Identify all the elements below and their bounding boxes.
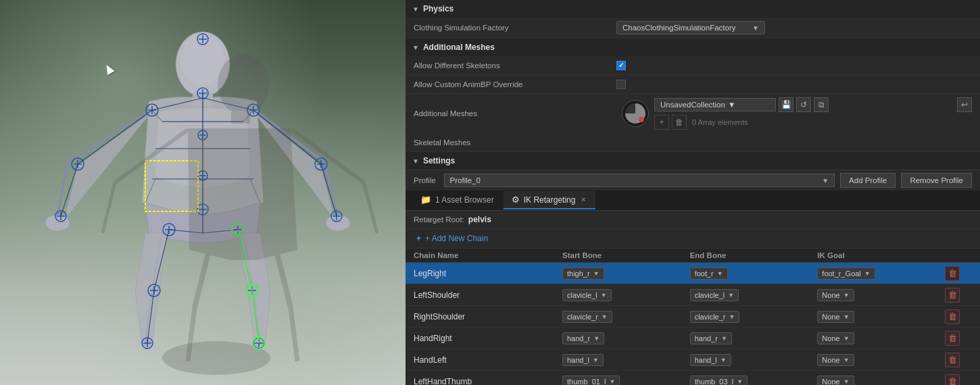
physics-collapse-icon: ▼: [412, 5, 419, 13]
end-bone-legright: foot_r▼: [690, 267, 818, 280]
allow-custom-animbp-value: [616, 80, 972, 89]
tab-asset-browser-label: 1 Asset Browser: [435, 195, 494, 205]
asset-browser-icon: 📁: [420, 195, 431, 205]
delete-rightshoulder-btn[interactable]: 🗑: [945, 309, 960, 324]
ik-goal-handleft-dropdown[interactable]: None▼: [817, 354, 854, 366]
save-mesh-btn[interactable]: 💾: [779, 97, 793, 112]
start-bone-handleft-dropdown[interactable]: hand_l▼: [562, 354, 604, 366]
ik-goal-leftshoulder-dropdown[interactable]: None▼: [817, 289, 854, 301]
start-bone-legright: thigh_r▼: [562, 267, 690, 280]
chain-name-legright: LegRight: [414, 269, 562, 278]
add-array-btn[interactable]: +: [654, 115, 669, 130]
chain-row-rightshoulder[interactable]: RightShoulder clavicle_r▼ clavicle_r▼ No…: [406, 306, 980, 328]
delete-array-btn[interactable]: 🗑: [672, 115, 687, 130]
delete-leftshoulder-btn[interactable]: 🗑: [945, 288, 960, 303]
start-bone-handright-dropdown[interactable]: hand_r▼: [562, 332, 604, 344]
retarget-root-label: Retarget Root:: [414, 215, 464, 224]
skeletal-meshes-label: Skeletal Meshes: [414, 138, 616, 147]
physics-header[interactable]: ▼ Physics: [406, 0, 980, 18]
delete-handright-btn[interactable]: 🗑: [945, 331, 960, 346]
start-bone-lefthandthumb: thumb_01_l▼: [562, 376, 690, 386]
tab-ik-retargeting-close[interactable]: ✕: [579, 196, 587, 203]
end-bone-handleft-dropdown[interactable]: hand_l▼: [690, 354, 731, 366]
unsaved-collection-dropdown[interactable]: UnsavedCollection ▼: [654, 98, 776, 111]
allow-custom-animbp-checkbox[interactable]: [616, 80, 626, 89]
start-bone-legright-dropdown[interactable]: thigh_r▼: [562, 267, 604, 280]
allow-custom-animbp-label: Allow Custom AnimBP Override: [414, 80, 616, 88]
col-actions: [945, 251, 972, 259]
retarget-root-value: pelvis: [468, 215, 491, 224]
additional-meshes-collapse-icon: ▼: [412, 44, 419, 51]
additional-meshes-row: Additional Meshes UnsavedCollection ▼ 💾 …: [406, 94, 980, 133]
chain-row-lefthandthumb[interactable]: LeftHandThumb thumb_01_l▼ thumb_03_l▼ No…: [406, 371, 980, 385]
allow-different-skeletons-row: Allow Different Skeletons: [406, 56, 980, 75]
end-bone-leftshoulder-dropdown[interactable]: clavicle_l▼: [690, 289, 739, 301]
ik-goal-lefthandthumb-dropdown[interactable]: None▼: [817, 376, 854, 386]
mesh-icon-inner: [625, 103, 645, 124]
add-profile-btn[interactable]: Add Profile: [840, 173, 896, 188]
ik-goal-lefthandthumb: None▼: [817, 376, 945, 386]
physics-section: ▼ Physics Clothing Simulation Factory Ch…: [406, 0, 980, 170]
start-bone-leftshoulder-dropdown[interactable]: clavicle_l▼: [562, 289, 612, 301]
tab-asset-browser[interactable]: 📁 1 Asset Browser: [412, 191, 502, 209]
end-bone-legright-dropdown[interactable]: foot_r▼: [690, 267, 728, 280]
settings-collapse-icon: ▼: [412, 157, 419, 165]
tabs-bar: 📁 1 Asset Browser ⚙ IK Retargeting ✕: [406, 190, 980, 211]
end-bone-rightshoulder: clavicle_r▼: [690, 311, 818, 323]
col-ik-goal: IK Goal: [817, 251, 945, 259]
end-bone-lefthandthumb-dropdown[interactable]: thumb_03_l▼: [690, 376, 748, 386]
allow-custom-animbp-row: Allow Custom AnimBP Override: [406, 75, 980, 94]
remove-profile-btn[interactable]: Remove Profile: [901, 173, 972, 188]
delete-legright-btn[interactable]: 🗑: [945, 266, 960, 281]
end-bone-handright: hand_r▼: [690, 332, 818, 344]
viewport-background: [0, 0, 406, 385]
tab-ik-retargeting[interactable]: ⚙ IK Retargeting ✕: [504, 191, 596, 209]
chain-row-leftshoulder[interactable]: LeftShoulder clavicle_l▼ clavicle_l▼ Non…: [406, 284, 980, 306]
ik-goal-rightshoulder-dropdown[interactable]: None▼: [817, 311, 854, 323]
start-bone-rightshoulder-dropdown[interactable]: clavicle_r▼: [562, 311, 612, 323]
profile-dropdown[interactable]: Profile_0 ▼: [444, 174, 835, 187]
start-bone-handright: hand_r▼: [562, 332, 690, 344]
copy-mesh-btn[interactable]: ⧉: [814, 97, 829, 112]
chain-row-handright[interactable]: HandRight hand_r▼ hand_r▼ None▼ 🗑: [406, 328, 980, 349]
settings-title: Settings: [423, 156, 455, 165]
undo-mesh-btn[interactable]: ↩: [957, 97, 972, 112]
allow-different-skeletons-label: Allow Different Skeletons: [414, 61, 616, 70]
end-bone-rightshoulder-dropdown[interactable]: clavicle_r▼: [690, 311, 740, 323]
array-count: 0 Array elements: [692, 118, 748, 126]
additional-meshes-header[interactable]: ▼ Additional Meshes: [406, 38, 980, 56]
settings-header[interactable]: ▼ Settings: [406, 152, 980, 170]
profile-dropdown-arrow: ▼: [822, 177, 829, 184]
mesh-action-row: + 🗑 0 Array elements: [654, 115, 972, 130]
ik-goal-legright-dropdown[interactable]: foot_r_Goal▼: [817, 267, 875, 280]
chain-name-lefthandthumb: LeftHandThumb: [414, 377, 562, 386]
additional-meshes-label: Additional Meshes: [414, 109, 616, 118]
chain-table: Chain Name Start Bone End Bone IK Goal L…: [406, 249, 980, 385]
unsaved-collection-arrow: ▼: [728, 101, 735, 109]
add-chain-btn[interactable]: + + Add New Chain: [414, 232, 491, 245]
retarget-root-row: Retarget Root: pelvis: [406, 211, 980, 229]
ik-goal-handright-dropdown[interactable]: None▼: [817, 332, 854, 344]
end-bone-lefthandthumb: thumb_03_l▼: [690, 376, 818, 386]
profile-label: Profile: [414, 176, 436, 184]
3d-viewport[interactable]: [0, 0, 406, 385]
delete-lefthandthumb-btn[interactable]: 🗑: [945, 374, 960, 386]
additional-meshes-title: Additional Meshes: [423, 43, 495, 52]
refresh-mesh-btn[interactable]: ↺: [796, 97, 811, 112]
allow-different-skeletons-checkbox[interactable]: [616, 61, 626, 70]
chain-name-handright: HandRight: [414, 334, 562, 343]
start-bone-handleft: hand_l▼: [562, 354, 690, 366]
chain-row-handleft[interactable]: HandLeft hand_l▼ hand_l▼ None▼ 🗑: [406, 349, 980, 371]
mesh-dropdown-row: UnsavedCollection ▼ 💾 ↺ ⧉ ↩: [654, 97, 972, 112]
start-bone-lefthandthumb-dropdown[interactable]: thumb_01_l▼: [562, 376, 620, 386]
chain-row-legright[interactable]: LegRight thigh_r▼ foot_r▼ foot_r_Goal▼ 🗑: [406, 263, 980, 284]
delete-handleft-btn[interactable]: 🗑: [945, 353, 960, 367]
add-chain-plus-icon: +: [416, 234, 421, 243]
end-bone-handright-dropdown[interactable]: hand_r▼: [690, 332, 732, 344]
clothing-factory-dropdown[interactable]: ChaosClothingSimulationFactory ▼: [616, 21, 765, 34]
clothing-factory-row: Clothing Simulation Factory ChaosClothin…: [406, 18, 980, 38]
ik-goal-legright: foot_r_Goal▼: [817, 267, 945, 280]
start-bone-rightshoulder: clavicle_r▼: [562, 311, 690, 323]
mesh-controls: UnsavedCollection ▼ 💾 ↺ ⧉ ↩ + 🗑 0 Array …: [654, 97, 972, 130]
ik-goal-handleft: None▼: [817, 354, 945, 366]
